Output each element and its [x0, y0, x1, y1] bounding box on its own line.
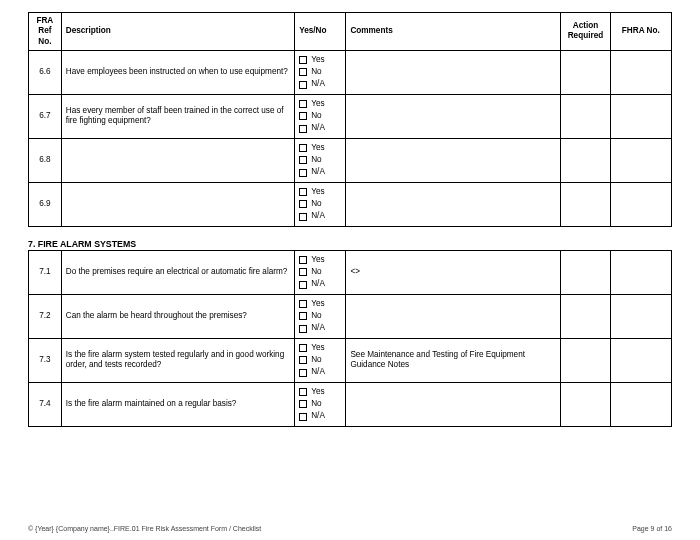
checkbox-na[interactable] — [299, 369, 307, 377]
table-row: 6.8YesNoN/A — [29, 138, 672, 182]
checkbox-yes[interactable] — [299, 388, 307, 396]
cell-fhra[interactable] — [610, 182, 671, 226]
checkbox-no[interactable] — [299, 200, 307, 208]
checkbox-no[interactable] — [299, 68, 307, 76]
label-no: No — [311, 399, 321, 409]
header-action: Action Required — [561, 13, 610, 51]
checkbox-yes[interactable] — [299, 100, 307, 108]
label-na: N/A — [311, 411, 325, 421]
cell-action[interactable] — [561, 382, 610, 426]
cell-description — [61, 182, 294, 226]
cell-comments[interactable] — [346, 182, 561, 226]
checkbox-yes[interactable] — [299, 300, 307, 308]
cell-fhra[interactable] — [610, 250, 671, 294]
checkbox-na[interactable] — [299, 281, 307, 289]
cell-yesno: YesNoN/A — [295, 250, 346, 294]
cell-ref: 7.1 — [29, 250, 62, 294]
label-no: No — [311, 111, 321, 121]
checkbox-no[interactable] — [299, 268, 307, 276]
checkbox-na[interactable] — [299, 213, 307, 221]
cell-action[interactable] — [561, 50, 610, 94]
yes-no-group: YesNoN/A — [299, 343, 341, 378]
cell-ref: 7.3 — [29, 338, 62, 382]
label-no: No — [311, 155, 321, 165]
cell-action[interactable] — [561, 294, 610, 338]
cell-ref: 6.8 — [29, 138, 62, 182]
cell-action[interactable] — [561, 182, 610, 226]
checkbox-na[interactable] — [299, 169, 307, 177]
label-na: N/A — [311, 167, 325, 177]
checkbox-no[interactable] — [299, 112, 307, 120]
cell-action[interactable] — [561, 250, 610, 294]
checkbox-yes[interactable] — [299, 344, 307, 352]
cell-description: Can the alarm be heard throughout the pr… — [61, 294, 294, 338]
checkbox-no[interactable] — [299, 356, 307, 364]
header-comm: Comments — [346, 13, 561, 51]
table-row: 6.6Have employees been instructed on whe… — [29, 50, 672, 94]
label-yes: Yes — [311, 299, 324, 309]
checkbox-na[interactable] — [299, 81, 307, 89]
cell-ref: 6.6 — [29, 50, 62, 94]
footer-right: Page 9 of 16 — [632, 525, 672, 532]
checkbox-no[interactable] — [299, 400, 307, 408]
cell-yesno: YesNoN/A — [295, 382, 346, 426]
cell-fhra[interactable] — [610, 294, 671, 338]
cell-comments[interactable] — [346, 382, 561, 426]
cell-ref: 6.7 — [29, 94, 62, 138]
label-yes: Yes — [311, 55, 324, 65]
checkbox-no[interactable] — [299, 312, 307, 320]
cell-ref: 7.4 — [29, 382, 62, 426]
cell-fhra[interactable] — [610, 50, 671, 94]
cell-yesno: YesNoN/A — [295, 338, 346, 382]
cell-comments[interactable] — [346, 94, 561, 138]
cell-action[interactable] — [561, 94, 610, 138]
checklist-table-2: 7.1Do the premises require an electrical… — [28, 250, 672, 427]
cell-comments[interactable] — [346, 50, 561, 94]
cell-fhra[interactable] — [610, 382, 671, 426]
table-header-row: FRA Ref No. Description Yes/No Comments … — [29, 13, 672, 51]
label-na: N/A — [311, 323, 325, 333]
yes-no-group: YesNoN/A — [299, 387, 341, 422]
checkbox-yes[interactable] — [299, 144, 307, 152]
label-no: No — [311, 355, 321, 365]
header-desc: Description — [61, 13, 294, 51]
cell-description: Is the fire alarm system tested regularl… — [61, 338, 294, 382]
yes-no-group: YesNoN/A — [299, 299, 341, 334]
checklist-table-1: FRA Ref No. Description Yes/No Comments … — [28, 12, 672, 227]
table-row: 7.4Is the fire alarm maintained on a reg… — [29, 382, 672, 426]
label-no: No — [311, 311, 321, 321]
header-yn: Yes/No — [295, 13, 346, 51]
cell-comments[interactable] — [346, 294, 561, 338]
cell-comments[interactable]: <> — [346, 250, 561, 294]
label-na: N/A — [311, 79, 325, 89]
checkbox-yes[interactable] — [299, 188, 307, 196]
label-yes: Yes — [311, 255, 324, 265]
label-yes: Yes — [311, 387, 324, 397]
cell-comments[interactable] — [346, 138, 561, 182]
checkbox-yes[interactable] — [299, 56, 307, 64]
checkbox-na[interactable] — [299, 125, 307, 133]
cell-comments[interactable]: See Maintenance and Testing of Fire Equi… — [346, 338, 561, 382]
cell-description: Have employees been instructed on when t… — [61, 50, 294, 94]
checkbox-yes[interactable] — [299, 256, 307, 264]
cell-description — [61, 138, 294, 182]
cell-ref: 7.2 — [29, 294, 62, 338]
label-no: No — [311, 267, 321, 277]
cell-action[interactable] — [561, 138, 610, 182]
cell-yesno: YesNoN/A — [295, 182, 346, 226]
yes-no-group: YesNoN/A — [299, 143, 341, 178]
cell-description: Has every member of staff been trained i… — [61, 94, 294, 138]
checkbox-na[interactable] — [299, 413, 307, 421]
yes-no-group: YesNoN/A — [299, 187, 341, 222]
label-na: N/A — [311, 123, 325, 133]
cell-fhra[interactable] — [610, 138, 671, 182]
cell-yesno: YesNoN/A — [295, 138, 346, 182]
checkbox-na[interactable] — [299, 325, 307, 333]
cell-action[interactable] — [561, 338, 610, 382]
cell-description: Do the premises require an electrical or… — [61, 250, 294, 294]
checkbox-no[interactable] — [299, 156, 307, 164]
cell-fhra[interactable] — [610, 338, 671, 382]
yes-no-group: YesNoN/A — [299, 255, 341, 290]
cell-fhra[interactable] — [610, 94, 671, 138]
label-yes: Yes — [311, 343, 324, 353]
